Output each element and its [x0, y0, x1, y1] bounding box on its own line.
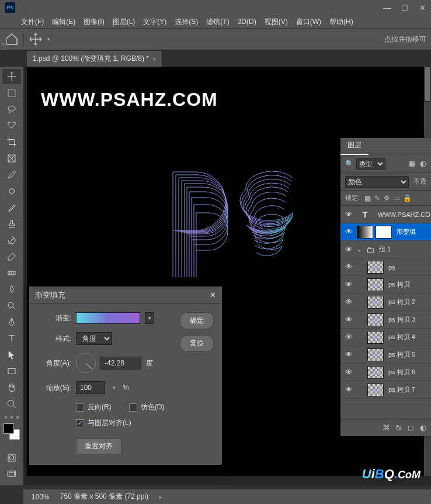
- menu-window[interactable]: 窗口(W): [293, 16, 325, 28]
- history-brush-tool[interactable]: [2, 233, 21, 248]
- menu-3d[interactable]: 3D(D): [234, 16, 260, 27]
- visibility-toggle[interactable]: 👁: [343, 227, 354, 236]
- quick-select-tool[interactable]: [2, 118, 21, 133]
- layer-name[interactable]: ps 拷贝 3: [388, 315, 415, 324]
- home-icon[interactable]: [5, 32, 19, 46]
- brush-tool[interactable]: [2, 200, 21, 215]
- reset-button[interactable]: 复位: [180, 335, 214, 352]
- visibility-toggle[interactable]: 👁: [343, 315, 354, 324]
- gradient-tool[interactable]: [2, 265, 21, 281]
- filter-adjust-icon[interactable]: ◐: [420, 159, 426, 168]
- layer-row-group[interactable]: 👁 ⌄ 🗀 组 1: [340, 241, 431, 258]
- minimize-button[interactable]: —: [378, 0, 396, 15]
- layer-row-copy6[interactable]: 👁 ps ps 拷贝 6: [340, 364, 431, 381]
- quick-mask-tool[interactable]: [2, 450, 21, 465]
- eraser-tool[interactable]: [2, 249, 21, 264]
- menu-view[interactable]: 视图(V): [261, 16, 291, 28]
- visibility-toggle[interactable]: 👁: [343, 210, 354, 219]
- stamp-tool[interactable]: [2, 216, 21, 232]
- menu-edit[interactable]: 编辑(E): [48, 16, 79, 28]
- layer-row-copy3[interactable]: 👁 ps ps 拷贝 3: [340, 311, 431, 329]
- blur-tool[interactable]: [2, 282, 21, 297]
- close-button[interactable]: ✕: [413, 0, 431, 15]
- visibility-toggle[interactable]: 👁: [343, 298, 354, 306]
- visibility-toggle[interactable]: 👁: [343, 368, 354, 377]
- layer-name[interactable]: 渐变填: [397, 227, 416, 236]
- lock-pixels-icon[interactable]: ▩: [364, 194, 371, 202]
- marquee-tool[interactable]: [2, 85, 21, 101]
- visibility-toggle[interactable]: 👁: [343, 280, 354, 289]
- layer-row-copy4[interactable]: 👁 ps ps 拷贝 4: [340, 329, 431, 346]
- menu-select[interactable]: 选择(S): [171, 16, 201, 28]
- visibility-toggle[interactable]: 👁: [343, 385, 354, 394]
- lock-artboard-icon[interactable]: ▭: [393, 194, 399, 202]
- screen-mode-tool[interactable]: [2, 467, 21, 482]
- dialog-titlebar[interactable]: 渐变填充 ✕: [29, 286, 222, 304]
- left-panel-toggle[interactable]: »: [0, 37, 6, 50]
- menu-file[interactable]: 文件(F): [18, 16, 47, 28]
- crop-tool[interactable]: [2, 134, 21, 150]
- layer-row-copy2[interactable]: 👁 ps ps 拷贝 2: [340, 294, 431, 311]
- layer-name[interactable]: ps 拷贝 2: [388, 298, 415, 306]
- layer-row-gradient-fill[interactable]: 👁 渐变填: [340, 223, 431, 241]
- menu-filter[interactable]: 滤镜(T): [203, 16, 232, 28]
- reverse-checkbox[interactable]: [76, 403, 84, 412]
- angle-dial[interactable]: [76, 353, 96, 373]
- layer-name[interactable]: 组 1: [379, 245, 391, 254]
- zoom-tool[interactable]: [2, 396, 21, 412]
- style-select[interactable]: 角度: [76, 332, 112, 345]
- layer-name[interactable]: ps 拷贝 7: [388, 385, 415, 394]
- layer-row-ps[interactable]: 👁 ps ps: [340, 258, 431, 276]
- filter-image-icon[interactable]: ▦: [408, 159, 415, 168]
- layer-name[interactable]: WWW.PSAHZ.CO: [378, 211, 430, 218]
- zoom-level[interactable]: 100%: [32, 493, 50, 501]
- ok-button[interactable]: 确定: [180, 312, 214, 329]
- reset-align-button[interactable]: 重置对齐: [76, 439, 121, 454]
- layer-name[interactable]: ps 拷贝 4: [388, 333, 415, 341]
- dodge-tool[interactable]: [2, 298, 21, 313]
- menu-help[interactable]: 帮助(H): [326, 16, 357, 28]
- group-expand-icon[interactable]: ⌄: [357, 246, 364, 253]
- path-select-tool[interactable]: [2, 347, 21, 363]
- hand-tool[interactable]: [2, 380, 21, 395]
- lock-brush-icon[interactable]: ✎: [374, 194, 380, 202]
- document-info[interactable]: 750 像素 x 500 像素 (72 ppi): [60, 492, 148, 502]
- tool-overflow[interactable]: [3, 416, 20, 419]
- visibility-toggle[interactable]: 👁: [343, 263, 354, 271]
- filter-type-select[interactable]: 类型: [356, 158, 385, 170]
- document-tab[interactable]: 1.psd @ 100% (渐变填充 1, RGB/8) * ×: [27, 51, 162, 67]
- color-swatches[interactable]: [4, 423, 20, 440]
- eyedropper-tool[interactable]: [2, 167, 21, 182]
- gradient-preview[interactable]: [76, 312, 140, 324]
- angle-input[interactable]: [100, 357, 141, 370]
- lasso-tool[interactable]: [2, 102, 21, 117]
- pen-tool[interactable]: [2, 315, 21, 330]
- move-mode-icon[interactable]: [29, 32, 43, 46]
- rectangle-tool[interactable]: [2, 364, 21, 379]
- dialog-close-icon[interactable]: ✕: [210, 291, 216, 299]
- layer-name[interactable]: ps 拷贝 6: [388, 368, 415, 377]
- visibility-toggle[interactable]: 👁: [343, 245, 354, 254]
- layer-row-text[interactable]: 👁 T WWW.PSAHZ.CO: [340, 206, 431, 223]
- menu-image[interactable]: 图像(I): [80, 16, 107, 28]
- link-layers-icon[interactable]: ⌘: [383, 423, 390, 432]
- tab-close-icon[interactable]: ×: [152, 56, 156, 63]
- visibility-toggle[interactable]: 👁: [343, 333, 354, 341]
- layer-fx-icon[interactable]: fx: [396, 423, 402, 432]
- align-checkbox-row[interactable]: 与图层对齐(L): [76, 418, 172, 428]
- reverse-checkbox-row[interactable]: 反向(R): [76, 402, 112, 412]
- adjustment-layer-icon[interactable]: ◐: [420, 423, 426, 432]
- menu-type[interactable]: 文字(Y): [140, 16, 170, 28]
- scale-stepper-icon[interactable]: ▾: [110, 385, 118, 391]
- layer-name[interactable]: ps 拷贝 5: [388, 350, 415, 359]
- layers-tab[interactable]: 图层: [340, 138, 369, 155]
- dither-checkbox-row[interactable]: 仿色(D): [129, 402, 165, 412]
- layer-name[interactable]: ps 拷贝: [388, 280, 410, 289]
- menu-layer[interactable]: 图层(L): [109, 16, 139, 28]
- lock-all-icon[interactable]: 🔒: [403, 194, 412, 202]
- type-tool[interactable]: [2, 331, 21, 346]
- move-tool[interactable]: [2, 69, 21, 84]
- layer-mask-icon[interactable]: ◻: [408, 423, 414, 432]
- frame-tool[interactable]: [2, 151, 21, 166]
- align-checkbox[interactable]: [76, 419, 84, 427]
